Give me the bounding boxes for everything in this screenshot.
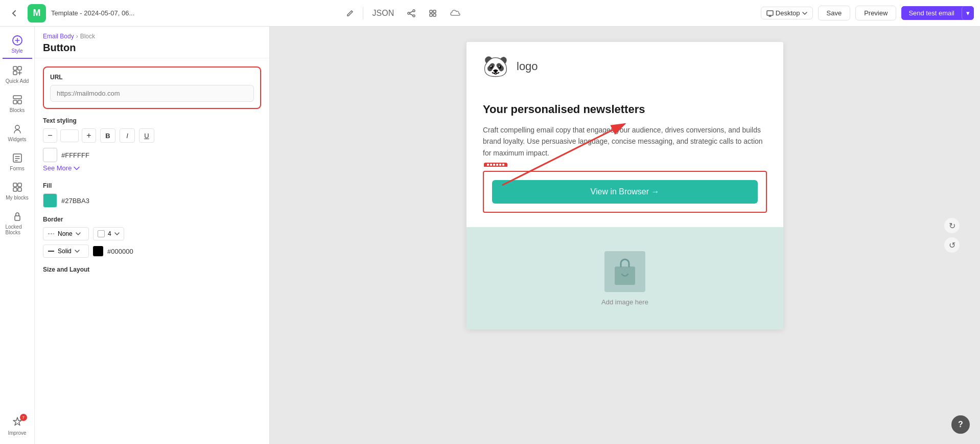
svg-point-0 xyxy=(413,10,415,12)
svg-point-1 xyxy=(408,12,410,14)
template-title: Template - 2024-05-07, 06... xyxy=(51,9,337,17)
sidebar-item-forms[interactable]: Forms xyxy=(3,148,32,175)
redo-button[interactable]: ↺ xyxy=(944,237,960,253)
sidebar-item-blocks[interactable]: Blocks xyxy=(3,90,32,117)
panel-header: Email Body › Block Button xyxy=(35,27,269,58)
fill-color-swatch[interactable] xyxy=(43,193,57,208)
template-button[interactable] xyxy=(425,7,441,19)
border-style-select[interactable]: None xyxy=(43,227,89,240)
email-preview: 🐼 logo Your personalised newsletters Cra… xyxy=(466,42,783,329)
size-layout-label: Size and Layout xyxy=(43,266,261,273)
svg-rect-24 xyxy=(13,183,17,187)
fill-label: Fill xyxy=(43,182,261,189)
email-logo-text: logo xyxy=(517,60,538,73)
svg-rect-9 xyxy=(767,11,773,15)
bold-button[interactable]: B xyxy=(100,128,115,143)
url-input[interactable] xyxy=(50,85,254,102)
svg-rect-15 xyxy=(13,71,17,75)
topbar-divider xyxy=(363,7,363,19)
svg-rect-16 xyxy=(13,96,21,99)
icon-sidebar: Style Quick Add Blocks Widgets Forms My … xyxy=(0,27,35,444)
border-color-value: #000000 xyxy=(107,248,133,255)
text-color-swatch[interactable] xyxy=(43,148,57,162)
sidebar-item-quick-add[interactable]: Quick Add xyxy=(3,61,32,88)
send-test-button[interactable]: Send test email xyxy=(901,6,962,20)
svg-point-2 xyxy=(413,15,415,17)
increase-font-size-button[interactable]: + xyxy=(82,128,96,143)
breadcrumb-child: Block xyxy=(80,33,95,40)
svg-rect-27 xyxy=(18,188,21,191)
json-button[interactable]: JSON xyxy=(368,7,399,20)
right-side-controls: ↻ ↺ xyxy=(944,218,960,253)
svg-point-19 xyxy=(15,125,19,129)
border-section: Border None 4 Sol xyxy=(43,216,261,258)
url-label: URL xyxy=(50,74,254,81)
edit-title-button[interactable] xyxy=(342,8,358,19)
app-logo: M xyxy=(28,4,46,23)
svg-rect-25 xyxy=(18,183,21,187)
svg-rect-26 xyxy=(13,188,17,191)
device-selector[interactable]: Desktop xyxy=(761,7,813,19)
breadcrumb: Email Body › Block xyxy=(43,33,261,40)
decrease-font-size-button[interactable]: − xyxy=(43,128,57,143)
svg-rect-13 xyxy=(13,66,17,70)
fill-color-value: #27BBA3 xyxy=(61,197,89,205)
sidebar-item-locked-blocks[interactable]: Locked Blocks xyxy=(3,207,32,239)
svg-line-4 xyxy=(410,14,413,15)
panel-content: URL Text styling − 16 + B I U xyxy=(35,58,269,444)
svg-rect-18 xyxy=(18,100,21,104)
topbar: M Template - 2024-05-07, 06... JSON Desk… xyxy=(0,0,980,27)
block-handle xyxy=(484,163,507,167)
undo-button[interactable]: ↻ xyxy=(944,218,960,233)
svg-rect-8 xyxy=(433,14,436,16)
preview-button[interactable]: Preview xyxy=(855,6,896,20)
font-size-input[interactable]: 16 xyxy=(60,129,79,142)
panel-title: Button xyxy=(43,42,261,54)
italic-button[interactable]: I xyxy=(120,128,135,143)
share-button[interactable] xyxy=(403,7,419,19)
sidebar-item-my-blocks[interactable]: My blocks xyxy=(3,177,32,205)
email-header: 🐼 logo xyxy=(466,42,783,91)
svg-rect-14 xyxy=(18,66,21,70)
fill-section: Fill #27BBA3 xyxy=(43,182,261,208)
view-in-browser-button[interactable]: View in Browser → xyxy=(492,180,758,204)
save-button[interactable]: Save xyxy=(818,6,851,20)
sidebar-item-style[interactable]: Style xyxy=(3,31,32,59)
canvas-area: 🐼 logo Your personalised newsletters Cra… xyxy=(270,27,980,444)
email-body-text: Craft compelling email copy that engages… xyxy=(483,124,767,159)
font-size-control: − 16 + xyxy=(43,128,96,143)
properties-panel: Email Body › Block Button URL Text styli… xyxy=(35,27,270,444)
border-width-select[interactable]: 4 xyxy=(93,227,124,240)
send-test-dropdown-button[interactable]: ▾ xyxy=(962,6,974,20)
cloud-save-button[interactable] xyxy=(446,7,464,19)
underline-button[interactable]: U xyxy=(139,128,154,143)
main-layout: Style Quick Add Blocks Widgets Forms My … xyxy=(0,27,980,444)
svg-rect-6 xyxy=(433,10,436,13)
see-more-button[interactable]: See More xyxy=(43,162,80,174)
email-heading: Your personalised newsletters xyxy=(483,103,767,116)
breadcrumb-parent[interactable]: Email Body xyxy=(43,33,74,40)
border-line-style-select[interactable]: Solid xyxy=(43,245,89,258)
add-image-text: Add image here xyxy=(601,298,648,306)
text-color-row: #FFFFFF xyxy=(43,148,261,162)
text-styling-label: Text styling xyxy=(43,117,261,124)
sidebar-item-improve[interactable]: 7 Improve xyxy=(3,412,32,440)
border-color-row: #000000 xyxy=(93,246,133,256)
sidebar-item-widgets[interactable]: Widgets xyxy=(3,119,32,146)
border-color-swatch[interactable] xyxy=(93,246,103,256)
image-section: Add image here xyxy=(466,227,783,329)
text-styling-section: Text styling − 16 + B I U #FFFFFF Se xyxy=(43,117,261,174)
help-button[interactable]: ? xyxy=(951,415,970,434)
back-button[interactable] xyxy=(6,7,22,19)
email-content-block: Your personalised newsletters Craft comp… xyxy=(466,91,783,227)
url-section: URL xyxy=(43,66,261,109)
shopping-bag-icon xyxy=(604,251,645,292)
button-block[interactable]: View in Browser → xyxy=(483,171,767,213)
svg-rect-7 xyxy=(430,14,432,16)
svg-line-3 xyxy=(410,11,413,13)
border-width-icon xyxy=(98,230,105,237)
text-color-value: #FFFFFF xyxy=(61,151,89,159)
border-label: Border xyxy=(43,216,261,223)
email-logo-emoji: 🐼 xyxy=(483,54,508,78)
svg-rect-17 xyxy=(13,100,17,104)
